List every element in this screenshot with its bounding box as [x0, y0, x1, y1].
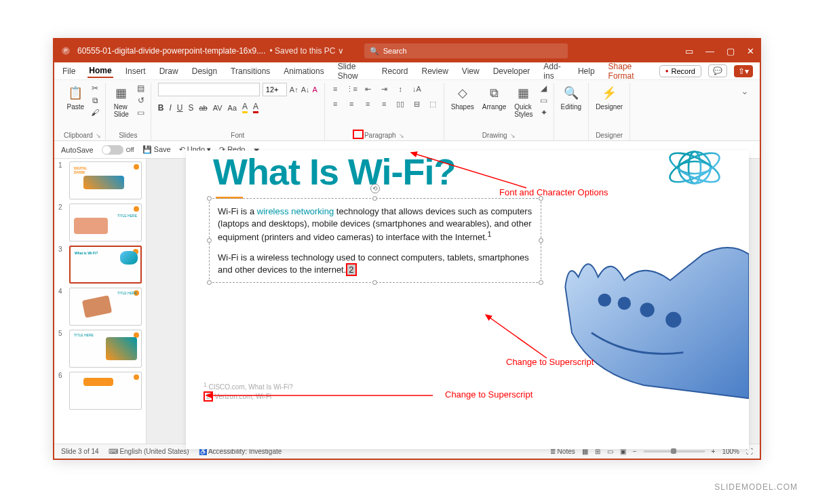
align-text-icon[interactable]: ⊟: [410, 98, 423, 110]
copy-icon[interactable]: ⧉: [90, 95, 100, 106]
save-button[interactable]: 💾 Save: [142, 145, 171, 154]
search-box[interactable]: 🔍Search: [364, 43, 568, 58]
resize-handle-ne[interactable]: [539, 196, 543, 201]
selected-char-2[interactable]: 2: [346, 263, 356, 276]
decrease-font-icon[interactable]: A↓: [301, 85, 310, 94]
thumbnail-4[interactable]: 4TITLE HERE: [58, 288, 142, 326]
font-name-input[interactable]: [158, 83, 260, 96]
indent-dec-icon[interactable]: ⇤: [362, 83, 374, 95]
tab-animations[interactable]: Animations: [282, 65, 325, 77]
tab-insert[interactable]: Insert: [124, 65, 147, 77]
text-box-selected[interactable]: ⟲ Wi-Fi is a wireless networking technol…: [209, 198, 541, 283]
font-dialog-launcher-highlight[interactable]: [353, 130, 364, 139]
tab-design[interactable]: Design: [191, 65, 218, 77]
layout-icon[interactable]: ▤: [136, 83, 147, 94]
bullets-icon[interactable]: ≡: [329, 83, 341, 95]
tab-record[interactable]: Record: [381, 65, 410, 77]
columns-icon[interactable]: ▯▯: [394, 98, 406, 110]
shadow-button[interactable]: S: [188, 103, 193, 113]
tab-shape-format[interactable]: Shape Format: [607, 60, 648, 82]
smartart-icon[interactable]: ⬚: [427, 98, 439, 110]
paste-button[interactable]: 📋Paste: [64, 83, 87, 112]
resize-handle-e[interactable]: [539, 238, 543, 243]
spacing-button[interactable]: AV: [213, 104, 222, 112]
align-left-icon[interactable]: ≡: [329, 98, 341, 110]
increase-font-icon[interactable]: A↑: [290, 85, 298, 94]
thumbnail-2[interactable]: 2TITLE HERE: [58, 203, 142, 241]
clear-format-icon[interactable]: A: [312, 85, 317, 94]
highlight-icon[interactable]: A: [242, 102, 248, 113]
editing-button[interactable]: 🔍Editing: [558, 83, 585, 112]
section-icon[interactable]: ▭: [136, 107, 147, 118]
paragraph-launcher-icon[interactable]: ↘: [399, 132, 404, 139]
thumbnail-6[interactable]: 6: [58, 372, 142, 410]
arrange-button[interactable]: ⧉Arrange: [480, 83, 509, 112]
zoom-slider[interactable]: [644, 450, 705, 452]
record-button[interactable]: Record: [659, 65, 701, 77]
comments-icon[interactable]: 💬: [708, 64, 727, 77]
resize-handle-nw[interactable]: [207, 196, 212, 201]
tab-help[interactable]: Help: [577, 65, 596, 77]
cut-icon[interactable]: ✂: [90, 83, 100, 94]
paragraph-1[interactable]: Wi-Fi is a wireless networking technolog…: [218, 206, 532, 244]
drawing-launcher-icon[interactable]: ↘: [510, 132, 516, 139]
italic-button[interactable]: I: [169, 103, 171, 113]
collapse-ribbon-icon[interactable]: ⌄: [735, 83, 754, 140]
resize-handle-se[interactable]: [539, 280, 543, 285]
align-right-icon[interactable]: ≡: [362, 98, 374, 110]
designer-button[interactable]: ⚡Designer: [593, 83, 625, 112]
bold-button[interactable]: B: [158, 103, 164, 113]
resize-handle-s[interactable]: [372, 280, 377, 285]
indent-inc-icon[interactable]: ⇥: [378, 83, 390, 95]
tab-review[interactable]: Review: [420, 65, 449, 77]
shapes-button[interactable]: ◇Shapes: [448, 83, 477, 112]
ribbon-mode-icon[interactable]: ▭: [685, 46, 693, 56]
underline-button[interactable]: U: [177, 103, 183, 113]
format-painter-icon[interactable]: 🖌: [90, 107, 100, 118]
paragraph-2[interactable]: Wi-Fi is a wireless technology used to c…: [218, 252, 532, 275]
wireless-link[interactable]: wireless networking: [257, 206, 334, 216]
tab-draw[interactable]: Draw: [158, 65, 180, 77]
drawing-label: Drawing: [482, 132, 507, 139]
rotate-handle-icon[interactable]: ⟲: [370, 184, 380, 193]
case-button[interactable]: Aa: [228, 104, 237, 112]
shape-outline-icon[interactable]: ▭: [539, 95, 549, 106]
new-slide-button[interactable]: ▦New Slide: [110, 83, 133, 119]
tab-transitions[interactable]: Transitions: [229, 65, 271, 77]
justify-icon[interactable]: ≡: [378, 98, 390, 110]
tab-addins[interactable]: Add-ins: [542, 60, 566, 82]
autosave-toggle[interactable]: [102, 145, 123, 155]
quick-styles-button[interactable]: ▦Quick Styles: [511, 83, 535, 119]
line-spacing-icon[interactable]: ↕: [394, 83, 406, 95]
language-status[interactable]: ⌨ English (United States): [109, 448, 189, 455]
close-icon[interactable]: ✕: [747, 46, 754, 56]
tab-file[interactable]: File: [61, 65, 77, 77]
thumbnail-3[interactable]: 3What Is Wi-Fi?: [58, 246, 142, 284]
tab-view[interactable]: View: [461, 65, 481, 77]
slide-counter[interactable]: Slide 3 of 14: [61, 448, 99, 455]
footnote-2-num-highlight[interactable]: 2: [204, 391, 213, 402]
numbering-icon[interactable]: ⋮≡: [345, 83, 357, 95]
slide-canvas[interactable]: What Is Wi-Fi?: [147, 159, 760, 444]
font-color-icon[interactable]: A: [253, 102, 258, 113]
shape-fill-icon[interactable]: ◢: [539, 83, 549, 94]
minimize-icon[interactable]: —: [705, 46, 714, 56]
thumbnail-5[interactable]: 5TITLE HERE: [58, 330, 142, 368]
resize-handle-w[interactable]: [207, 238, 212, 243]
tab-slideshow[interactable]: Slide Show: [336, 60, 370, 82]
resize-handle-n[interactable]: [372, 196, 377, 201]
tab-developer[interactable]: Developer: [492, 65, 532, 77]
text-direction-icon[interactable]: ↓A: [410, 83, 423, 95]
clipboard-launcher-icon[interactable]: ↘: [96, 132, 101, 139]
share-button[interactable]: ⇧▾: [734, 65, 753, 77]
tab-home[interactable]: Home: [88, 64, 113, 78]
saved-status[interactable]: • Saved to this PC ∨: [270, 46, 344, 56]
thumbnail-1[interactable]: 1DIGITALDIVIDE: [58, 161, 142, 199]
align-center-icon[interactable]: ≡: [345, 98, 357, 110]
font-size-input[interactable]: [263, 83, 287, 96]
resize-handle-sw[interactable]: [207, 280, 212, 285]
shape-effects-icon[interactable]: ✦: [539, 107, 549, 118]
reset-icon[interactable]: ↺: [136, 95, 147, 106]
strike-button[interactable]: ab: [199, 104, 208, 112]
maximize-icon[interactable]: ▢: [726, 46, 735, 56]
